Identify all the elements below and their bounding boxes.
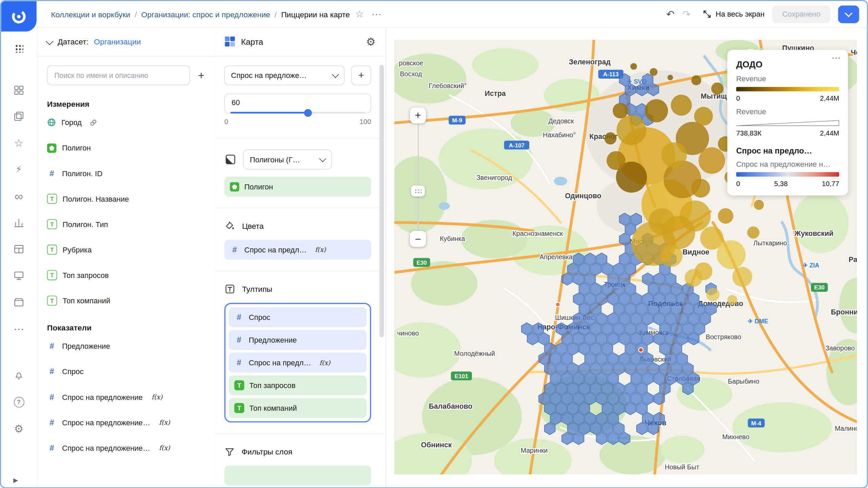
field-label: Спрос (62, 367, 83, 376)
tooltip-chip-top-zaprosov[interactable]: T Топ запросов (229, 375, 367, 395)
layer-filter-chip-partial[interactable] (224, 466, 371, 486)
saved-button[interactable]: Сохранено (772, 5, 830, 23)
number-field-icon: # (47, 392, 57, 401)
connections-icon[interactable]: ∞ (1, 187, 37, 206)
favorite-star-icon[interactable]: ☆ (355, 8, 364, 20)
breadcrumb-separator: / (275, 10, 277, 19)
datasets-table-icon[interactable] (1, 240, 37, 259)
chevron-down-icon (332, 71, 339, 78)
road-shield-label: Е30 (416, 259, 427, 266)
colors-field-chip[interactable]: # Спрос на предл… f(x) (224, 240, 371, 260)
fullscreen-button[interactable]: На весь экран (703, 10, 765, 18)
breadcrumb-workbook[interactable]: Организации: спрос и предложение (141, 10, 270, 19)
rail-collapse-icon[interactable]: ▶ (13, 477, 18, 484)
field-row-top-zaprosov[interactable]: T Топ запросов (47, 262, 204, 288)
chip-label: Спрос на предл… (244, 246, 307, 254)
storage-box-icon[interactable] (1, 293, 37, 312)
field-search-input[interactable] (47, 65, 190, 85)
notifications-bell-icon[interactable] (1, 366, 37, 385)
legend-demand-field: Спрос на предложение н… (736, 160, 839, 168)
measure-row-spros-na-predlozhenie[interactable]: # Спрос на предложение f(x) (47, 384, 204, 410)
zoom-out-button[interactable]: − (410, 231, 426, 247)
opacity-min-label: 0 (224, 118, 228, 127)
top-header-bar: Коллекции и воркбуки / Организации: спро… (37, 1, 867, 27)
number-field-icon: # (234, 358, 244, 367)
charts-icon[interactable] (1, 213, 37, 232)
zoom-in-button[interactable]: + (410, 107, 426, 123)
datalens-app-window: { "header": { "breadcrumbs": ["Коллекции… (0, 0, 868, 488)
dataset-panel-header: Датасет: Организации (37, 27, 214, 57)
field-row-rubrika[interactable]: T Рубрика (47, 237, 204, 262)
field-row-top-kompaniy[interactable]: T Топ компаний (47, 288, 204, 313)
help-icon[interactable]: ? (1, 392, 37, 411)
legend-size-min: 738,83К (736, 129, 761, 137)
tooltips-drop-zone[interactable]: # Спрос # Предложение # Спрос на предл… … (224, 303, 371, 423)
legend-revenue-gradient (736, 87, 839, 91)
dimensions-section-title: Измерения (47, 99, 204, 110)
settings-gear-icon[interactable]: ⚙ (1, 419, 37, 438)
legend-size-max: 2,44M (820, 129, 839, 137)
breadcrumb-collections[interactable]: Коллекции и воркбуки (51, 10, 130, 19)
measure-row-spros-na-predlozhenie-2[interactable]: # Спрос на предложение… f(x) (47, 410, 204, 435)
field-row-poligon-id[interactable]: # Полигон. ID (47, 161, 204, 186)
field-row-poligon[interactable]: Полигон (47, 135, 204, 161)
chip-label: Спрос (249, 313, 270, 322)
dataset-fields: + Измерения Город Полигон # Полигон. ID … (37, 57, 214, 461)
dashboards-icon[interactable] (1, 81, 37, 100)
legend-more-menu-icon[interactable]: ⋯ (831, 52, 841, 64)
map-city-label: Нахабино° (543, 131, 576, 139)
measure-row-spros-na-predlozhenie-3[interactable]: # Спрос на предложение… f(x) (47, 435, 204, 461)
quick-actions-icon[interactable]: ⚡ (1, 160, 37, 179)
colors-section-title: Цвета (242, 221, 264, 230)
measure-row-spros[interactable]: # Спрос (47, 359, 204, 384)
opacity-slider-handle[interactable] (304, 109, 312, 117)
geotype-select[interactable]: Полигоны (Г… (243, 149, 332, 169)
layer-select[interactable]: Спрос на предложе… (224, 65, 345, 85)
link-icon (90, 119, 97, 126)
tooltips-icon (224, 283, 236, 294)
dataset-collapse-chevron-icon[interactable] (46, 37, 54, 45)
map-city-label: Истра (485, 89, 506, 98)
number-field-icon: # (47, 367, 57, 376)
redo-icon[interactable]: ↷ (682, 8, 691, 20)
field-label: Топ запросов (63, 271, 109, 280)
field-row-poligon-type[interactable]: T Полигон. Тип (47, 211, 204, 237)
tooltip-chip-spros-na-predl[interactable]: # Спрос на предл… f(x) (229, 353, 367, 373)
tooltip-chip-spros[interactable]: # Спрос (229, 307, 367, 327)
datalens-logo[interactable] (1, 1, 37, 32)
save-dropdown-button[interactable] (838, 5, 859, 23)
legend-revenue-min: 0 (736, 95, 740, 102)
dataset-name-link[interactable]: Организации (94, 37, 141, 46)
stage: { "header": { "breadcrumbs": ["Коллекции… (0, 0, 868, 488)
tooltip-chip-top-kompaniy[interactable]: T Топ компаний (229, 398, 367, 418)
measure-row-predlozhenie[interactable]: # Предложение (47, 333, 204, 359)
chart-config-header: Карта ⚙ (214, 27, 386, 57)
field-row-poligon-name[interactable]: T Полигон. Название (47, 186, 204, 211)
zoom-slider-handle[interactable] (411, 185, 425, 197)
road-shield-label: А-113 (603, 71, 619, 78)
opacity-max-label: 100 (359, 118, 371, 127)
drag-dots-icon (414, 189, 421, 193)
map-city-label: Глебовский° (429, 82, 467, 89)
chart-more-menu-icon[interactable]: ⋯ (372, 8, 382, 20)
apps-grid-icon[interactable] (1, 39, 37, 58)
text-field-icon: T (47, 194, 57, 204)
monitoring-icon[interactable] (1, 266, 37, 285)
chart-settings-gear-icon[interactable]: ⚙ (366, 35, 376, 48)
geo-map-canvas[interactable]: А-113М-9А-107М-4Е30Е30Е101✈ SVO✈ DME✈ ZI… (394, 40, 857, 474)
zoom-slider-track[interactable] (418, 124, 419, 232)
config-panel-scrollbar[interactable] (379, 65, 384, 337)
opacity-slider-track[interactable] (231, 112, 365, 114)
favorites-star-icon[interactable]: ☆ (1, 134, 37, 152)
undo-icon[interactable]: ↶ (666, 8, 675, 20)
more-services-icon[interactable]: ⋯ (1, 320, 37, 339)
geometry-type-icon (224, 154, 237, 166)
add-layer-button[interactable]: + (351, 65, 371, 85)
field-row-gorod[interactable]: Город (47, 109, 204, 135)
tooltip-chip-predlozhenie[interactable]: # Предложение (229, 330, 367, 350)
workbooks-icon[interactable] (1, 107, 37, 126)
geopolygon-field-chip[interactable]: Полигон (224, 177, 371, 197)
add-field-button[interactable]: + (198, 70, 204, 81)
chip-label: Полигон (244, 182, 273, 191)
header-actions: ↶ ↷ На весь экран Сохранено (666, 5, 867, 23)
